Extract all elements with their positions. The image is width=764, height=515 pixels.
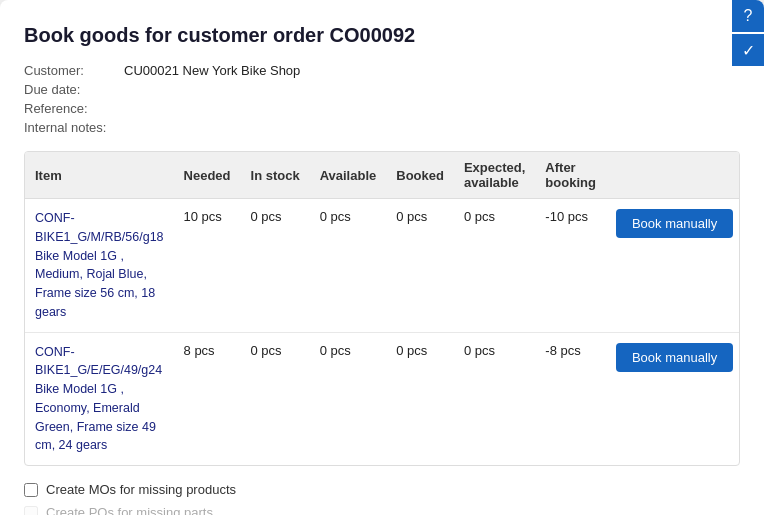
internal-notes-value	[124, 120, 740, 135]
due-date-value	[124, 82, 740, 97]
col-needed: Needed	[174, 152, 241, 199]
booked-0: 0 pcs	[386, 199, 454, 333]
table-row: CONF-BIKE1_G/E/EG/49/g24Bike Model 1G ,E…	[25, 332, 740, 465]
create-mos-checkbox[interactable]	[24, 483, 38, 497]
internal-notes-label: Internal notes:	[24, 120, 124, 135]
create-mos-row: Create MOs for missing products	[24, 482, 740, 497]
book-action-1: Book manually	[606, 332, 740, 465]
table-header-row: Item Needed In stock Available Booked Ex…	[25, 152, 740, 199]
available-0: 0 pcs	[310, 199, 387, 333]
col-item: Item	[25, 152, 174, 199]
col-after-booking: Afterbooking	[535, 152, 606, 199]
help-icon-button[interactable]: ?	[732, 0, 764, 32]
customer-value: CU00021 New York Bike Shop	[124, 63, 740, 78]
in-stock-0: 0 pcs	[241, 199, 310, 333]
book-manually-button-0[interactable]: Book manually	[616, 209, 733, 238]
book-action-0: Book manually	[606, 199, 740, 333]
needed-0: 10 pcs	[174, 199, 241, 333]
customer-label: Customer:	[24, 63, 124, 78]
table-row: CONF-BIKE1_G/M/RB/56/g18Bike Model 1G ,M…	[25, 199, 740, 333]
create-mos-label[interactable]: Create MOs for missing products	[46, 482, 236, 497]
after-booking-1: -8 pcs	[535, 332, 606, 465]
book-manually-button-1[interactable]: Book manually	[616, 343, 733, 372]
confirm-icon-button[interactable]: ✓	[732, 34, 764, 66]
item-name-1: CONF-BIKE1_G/E/EG/49/g24Bike Model 1G ,E…	[25, 332, 174, 465]
item-name-0: CONF-BIKE1_G/M/RB/56/g18Bike Model 1G ,M…	[25, 199, 174, 333]
reference-value	[124, 101, 740, 116]
booked-1: 0 pcs	[386, 332, 454, 465]
create-pos-checkbox[interactable]	[24, 506, 38, 516]
available-1: 0 pcs	[310, 332, 387, 465]
expected-available-1: 0 pcs	[454, 332, 535, 465]
modal-container: ? ✓ Book goods for customer order CO0009…	[0, 0, 764, 515]
after-booking-0: -10 pcs	[535, 199, 606, 333]
col-book-action	[606, 152, 740, 199]
top-icon-group: ? ✓	[732, 0, 764, 66]
col-booked: Booked	[386, 152, 454, 199]
create-pos-label: Create POs for missing parts	[46, 505, 213, 515]
expected-available-0: 0 pcs	[454, 199, 535, 333]
in-stock-1: 0 pcs	[241, 332, 310, 465]
reference-label: Reference:	[24, 101, 124, 116]
help-icon: ?	[744, 7, 753, 25]
items-table-wrapper: Item Needed In stock Available Booked Ex…	[24, 151, 740, 466]
footer-options: Create MOs for missing products Create P…	[24, 482, 740, 515]
items-table: Item Needed In stock Available Booked Ex…	[25, 152, 740, 465]
check-icon: ✓	[742, 41, 755, 60]
due-date-label: Due date:	[24, 82, 124, 97]
needed-1: 8 pcs	[174, 332, 241, 465]
meta-section: Customer: CU00021 New York Bike Shop Due…	[24, 63, 740, 135]
col-available: Available	[310, 152, 387, 199]
create-pos-row: Create POs for missing parts	[24, 505, 740, 515]
col-expected-available: Expected,available	[454, 152, 535, 199]
page-title: Book goods for customer order CO00092	[24, 24, 740, 47]
col-in-stock: In stock	[241, 152, 310, 199]
